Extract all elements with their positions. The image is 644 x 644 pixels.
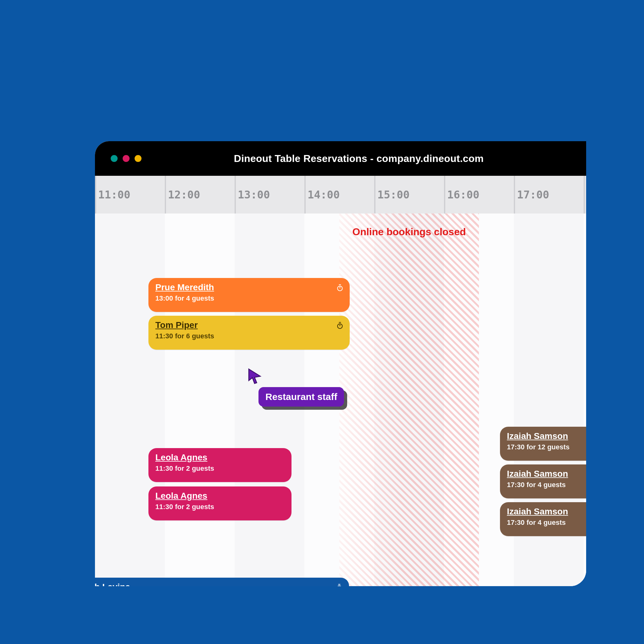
zoom-dot[interactable] [135,155,142,162]
titlebar: Dineout Table Reservations - company.din… [95,141,586,176]
reservation-card[interactable]: rah Lavina0 for 2 guests [95,578,349,586]
reservation-name: Leola Agnes [155,452,285,463]
reservation-card[interactable]: Prue Meredith13:00 for 4 guests [148,278,350,312]
reservation-name: Prue Meredith [155,282,343,292]
timeline-grid[interactable]: 11:0012:0013:0014:0015:0016:0017:0018:00… [95,176,586,586]
hour-label: 13:00 [235,176,304,214]
closed-block: Online bookings closed [339,214,479,586]
window-title: Dineout Table Reservations - company.din… [142,153,576,164]
reservation-name: Izaiah Samson [507,507,586,517]
reservation-detail: 17:30 for 12 guests [507,443,586,451]
reservation-detail: 11:30 for 2 guests [155,503,285,511]
hour-label: 17:00 [514,176,584,214]
reservation-card[interactable]: Leola Agnes11:30 for 2 guests [148,486,291,520]
hour-label: 16:00 [444,176,514,214]
reservation-card[interactable]: Izaiah Samson17:30 for 12 guests [500,427,586,461]
timer-icon [336,321,344,330]
hour-label: 15:00 [374,176,444,214]
minimize-dot[interactable] [123,155,130,162]
reservation-detail: 11:30 for 2 guests [155,464,285,473]
reservation-detail: 17:30 for 4 guests [507,519,586,527]
hour-label: 18:00 [584,176,586,214]
reservation-detail: 13:00 for 4 guests [155,294,343,303]
svg-point-2 [337,586,341,586]
hour-label: 14:00 [304,176,374,214]
reservation-name: Izaiah Samson [507,431,586,441]
app-window: Dineout Table Reservations - company.din… [95,141,586,586]
reservation-detail: 11:30 for 6 guests [155,332,343,340]
cursor-label: Restaurant staff [258,387,344,407]
page-card: Dineout Table Reservations - company.din… [58,58,586,586]
reservation-card[interactable]: Izaiah Samson17:30 for 4 guests [500,464,586,498]
reservation-name: Izaiah Samson [507,469,586,479]
reservation-detail: 17:30 for 4 guests [507,481,586,489]
timer-icon [336,284,344,292]
reservation-name: Leola Agnes [155,491,285,501]
traffic-lights [111,155,142,162]
reservation-card[interactable]: Tom Piper11:30 for 6 guests [148,316,350,350]
hour-header: 11:0012:0013:0014:0015:0016:0017:0018:00 [95,176,586,214]
cursor-icon [246,368,263,386]
closed-fade [339,214,479,586]
close-dot[interactable] [111,155,118,162]
hour-label: 12:00 [165,176,235,214]
reservation-card[interactable]: Izaiah Samson17:30 for 4 guests [500,502,586,536]
hour-label: 11:00 [95,176,165,214]
reservation-name: rah Lavina [95,582,342,586]
timer-icon [335,583,343,586]
reservation-card[interactable]: Leola Agnes11:30 for 2 guests [148,448,291,482]
closed-label: Online bookings closed [353,226,466,238]
reservation-name: Tom Piper [155,320,343,330]
